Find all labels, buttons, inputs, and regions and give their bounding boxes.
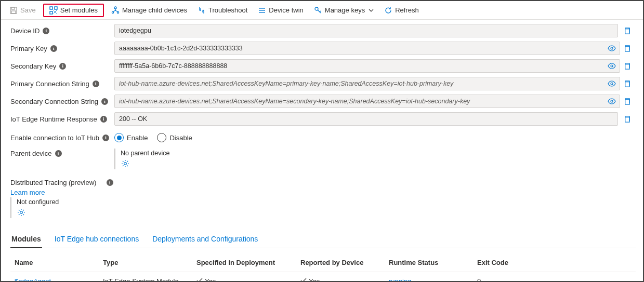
- modules-icon: [49, 6, 58, 15]
- module-spec: Yes: [192, 277, 296, 282]
- device-id-label: Device ID i: [10, 27, 114, 35]
- svg-point-14: [611, 47, 613, 49]
- info-icon[interactable]: i: [107, 179, 113, 186]
- set-modules-button[interactable]: Set modules: [43, 4, 104, 17]
- info-icon[interactable]: i: [102, 135, 109, 141]
- parent-device-settings-button[interactable]: [121, 159, 130, 168]
- parent-device-label: Parent device: [10, 150, 52, 157]
- svg-rect-22: [625, 117, 629, 122]
- reveal-secondary-key-button[interactable]: [606, 60, 618, 72]
- learn-more-link[interactable]: Learn more: [10, 189, 45, 196]
- reveal-primary-cs-button[interactable]: [606, 77, 618, 90]
- distributed-tracing-label: Distributed Tracing (preview): [10, 179, 96, 186]
- svg-point-18: [611, 83, 613, 85]
- device-twin-icon: [258, 6, 266, 15]
- enable-connection-row: Enable connection to IoT Hubi Enable Dis…: [10, 130, 636, 145]
- svg-point-8: [117, 11, 119, 13]
- copy-device-id-button[interactable]: [622, 25, 632, 36]
- refresh-label: Refresh: [395, 6, 419, 14]
- disable-radio[interactable]: Disable: [157, 133, 192, 142]
- primary-cs-value: iot-hub-name.azure-devices.net;SharedAcc…: [114, 77, 620, 90]
- info-icon[interactable]: i: [93, 80, 99, 87]
- module-reported: Yes: [296, 277, 385, 282]
- modules-table: Name Type Specified in Deployment Report…: [10, 256, 636, 282]
- svg-rect-1: [11, 7, 15, 9]
- col-type: Type: [99, 259, 192, 266]
- secondary-key-row: Secondary Keyi ffffffff-5a5a-6b6b-7c7c-8…: [10, 58, 636, 74]
- info-icon[interactable]: i: [50, 45, 57, 52]
- manage-child-devices-button[interactable]: Manage child devices: [107, 4, 191, 17]
- svg-rect-3: [50, 7, 52, 9]
- troubleshoot-label: Troubleshoot: [208, 6, 247, 14]
- lower-tabs: Modules IoT Edge hub connections Deploym…: [10, 232, 636, 248]
- secondary-key-value: ffffffff-5a5a-6b6b-7c7c-888888888888: [114, 59, 620, 73]
- runtime-value: 200 -- OK: [114, 112, 618, 126]
- reveal-primary-key-button[interactable]: [606, 42, 618, 55]
- device-id-value: iotedgegpu: [114, 24, 618, 37]
- distributed-tracing-settings-button[interactable]: [17, 208, 26, 217]
- svg-rect-13: [625, 29, 629, 33]
- info-icon[interactable]: i: [59, 63, 66, 70]
- device-twin-button[interactable]: Device twin: [254, 4, 307, 17]
- chevron-down-icon: [369, 8, 374, 13]
- svg-rect-4: [55, 7, 57, 9]
- svg-rect-15: [625, 46, 629, 51]
- svg-rect-5: [50, 11, 52, 14]
- runtime-response-row: IoT Edge Runtime Responsei 200 -- OK: [10, 111, 636, 127]
- enable-radio[interactable]: Enable: [114, 133, 148, 142]
- enable-radio-label: Enable: [127, 134, 148, 142]
- primary-key-label: Primary Key: [10, 45, 47, 52]
- copy-primary-key-button[interactable]: [622, 43, 632, 53]
- module-type: IoT Edge System Module: [99, 277, 192, 282]
- svg-point-7: [112, 11, 113, 13]
- set-modules-label: Set modules: [60, 6, 98, 14]
- module-name-link[interactable]: $edgeAgent: [15, 277, 51, 282]
- primary-key-value: aaaaaaaa-0b0b-1c1c-2d2d-333333333333: [114, 42, 620, 55]
- info-icon[interactable]: i: [101, 98, 108, 105]
- refresh-icon: [384, 6, 392, 15]
- copy-secondary-cs-button[interactable]: [622, 96, 632, 106]
- copy-primary-cs-button[interactable]: [622, 78, 632, 89]
- info-icon[interactable]: i: [43, 28, 49, 34]
- parent-device-block: No parent device: [114, 149, 175, 169]
- tab-deployments[interactable]: Deployments and Configurations: [151, 232, 259, 248]
- child-devices-icon: [111, 6, 120, 15]
- primary-cs-label: Primary Connection String: [10, 80, 89, 88]
- primary-key-row: Primary Keyi aaaaaaaa-0b0b-1c1c-2d2d-333…: [10, 41, 636, 56]
- enable-connection-label: Enable connection to IoT Hub: [10, 134, 99, 142]
- copy-runtime-button[interactable]: [622, 114, 632, 124]
- distributed-tracing-section: Distributed Tracing (preview) i Learn mo…: [10, 179, 636, 218]
- command-bar: Save Set modules Manage child devices Tr…: [1, 1, 643, 20]
- info-icon[interactable]: i: [55, 150, 62, 157]
- save-label: Save: [20, 6, 36, 14]
- svg-point-20: [611, 100, 613, 102]
- manage-keys-button[interactable]: Manage keys: [310, 4, 378, 17]
- troubleshoot-icon: [198, 6, 206, 15]
- svg-point-6: [114, 7, 116, 9]
- reveal-secondary-cs-button[interactable]: [606, 95, 618, 108]
- save-button: Save: [5, 4, 40, 17]
- svg-point-16: [611, 65, 613, 67]
- svg-rect-2: [11, 11, 16, 14]
- keys-icon: [314, 6, 322, 15]
- info-icon[interactable]: i: [100, 116, 107, 123]
- secondary-key-label: Secondary Key: [10, 62, 56, 70]
- col-name: Name: [10, 259, 99, 266]
- runtime-label: IoT Edge Runtime Response: [10, 115, 97, 123]
- svg-rect-19: [625, 82, 629, 86]
- svg-point-24: [20, 211, 23, 214]
- tab-modules[interactable]: Modules: [10, 232, 42, 248]
- device-id-label-text: Device ID: [10, 27, 40, 35]
- tab-hub-connections[interactable]: IoT Edge hub connections: [54, 232, 140, 248]
- enable-connection-radiogroup: Enable Disable: [114, 133, 192, 142]
- troubleshoot-button[interactable]: Troubleshoot: [193, 4, 252, 17]
- save-icon: [9, 6, 18, 15]
- col-run: Runtime Status: [385, 259, 473, 266]
- parent-device-row: Parent devicei No parent device: [10, 147, 636, 169]
- device-twin-label: Device twin: [269, 6, 303, 14]
- refresh-button[interactable]: Refresh: [380, 4, 423, 17]
- table-header: Name Type Specified in Deployment Report…: [10, 256, 636, 272]
- module-status-link[interactable]: running: [389, 277, 411, 282]
- svg-point-23: [124, 163, 127, 165]
- copy-secondary-key-button[interactable]: [622, 61, 632, 71]
